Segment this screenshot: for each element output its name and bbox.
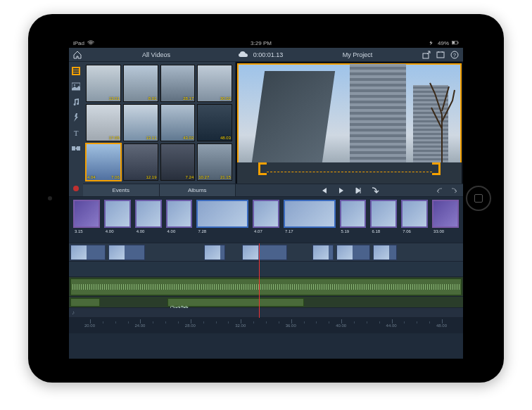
ruler-minor-tick [153,321,153,323]
ruler-label: 20.00 [84,323,95,328]
fx-bin-icon[interactable] [71,113,81,122]
storyboard-clip[interactable]: 7.28 [196,200,248,228]
storyboard-clip[interactable]: 7.06 [401,200,428,228]
bin-clip[interactable]: 28.17 [160,65,196,102]
music-track-icon: ♪ [72,309,79,316]
photo-bin-icon[interactable] [71,82,81,91]
ruler-minor-tick [178,321,179,323]
storyboard-clip-duration: 33.00 [433,229,444,233]
trim-handle-in[interactable] [258,162,267,175]
storyboard-clip[interactable]: 4.00 [104,200,131,228]
timeline-audio-clip[interactable] [70,298,100,307]
ruler-label: 32.00 [235,323,246,328]
tab-events[interactable]: Events [83,184,160,196]
bin-clip[interactable]: 43.02 [160,104,196,141]
video-track-1[interactable] [69,243,463,262]
trim-bar[interactable] [258,162,441,175]
timeline-video-clip[interactable] [242,245,287,260]
viewer-canvas[interactable] [237,63,462,184]
svg-rect-8 [73,68,79,70]
music-track[interactable]: ♪ [69,308,463,318]
bin-clip[interactable]: 12.19 [123,143,158,181]
storyboard-clip[interactable]: 5.19 [340,200,367,228]
bin-clip[interactable]: 7.064.04 [86,143,121,181]
svg-rect-2 [457,42,458,44]
time-ruler[interactable]: 20.0024.0028.0032.0036.0040.0044.0048.00 [69,318,463,333]
ruler-label: 48.00 [436,323,447,328]
music-bin-icon[interactable] [71,97,81,107]
timeline-video-clip[interactable] [373,245,397,260]
render-cloud-icon[interactable] [238,49,249,60]
step-back-icon[interactable] [319,186,329,196]
bin-clip[interactable]: 13.11 [123,104,158,141]
timeline-video-clip[interactable] [336,245,370,260]
viewer-content [252,71,335,162]
storyboard-clip-duration: 4.00 [137,229,145,233]
storyboard-clip[interactable]: 33.00 [432,200,459,228]
bin-clip[interactable]: 17.05 [86,104,121,141]
timeline-video-clip[interactable] [108,245,145,260]
undo-icon[interactable] [435,186,445,196]
tab-albums[interactable]: Albums [160,184,236,196]
step-forward-icon[interactable] [353,186,363,196]
ruler-minor-tick [128,321,129,323]
audio-track-1[interactable] [69,277,463,297]
bin-clip[interactable]: 7.24 [160,143,196,181]
clip-duration: 7.24 [186,175,194,179]
timeline-audio-clip[interactable] [70,278,462,295]
bin-clip[interactable]: 21.1510.27 [197,143,232,181]
timeline-video-clip[interactable] [204,245,225,260]
video-track-2[interactable] [69,262,463,277]
timeline[interactable]: ClockTalk ♪ 20.0024.0028.0032.0036.0040.… [69,243,463,333]
title-bin-icon[interactable]: T [71,128,81,138]
storyboard-clip[interactable]: 3.15 [73,200,100,228]
ruler-minor-tick [379,321,380,323]
storyboard[interactable]: 3.154.004.004.007.284.077.175.196.187.06… [69,197,463,243]
svg-rect-3 [423,53,429,58]
storyboard-clip[interactable]: 4.07 [253,200,279,228]
ruler-minor-tick [429,321,430,323]
bin-title: All Videos [142,51,170,58]
clip-in-point: 10.27 [198,175,209,179]
viewer-content [428,72,456,164]
video-bin-icon[interactable] [71,66,81,76]
ipad-camera [48,196,52,200]
bin-clip[interactable]: 13.01 [86,65,121,102]
timeline-video-clip[interactable] [70,245,106,260]
timeline-audio-clip[interactable]: ClockTalk [167,298,304,307]
playhead[interactable] [259,243,260,318]
audio-track-2[interactable]: ClockTalk [69,297,463,308]
help-icon[interactable]: ? [449,49,460,60]
transition-bin-icon[interactable] [71,143,81,153]
ruler-minor-tick [404,321,405,323]
ipad-home-button[interactable] [466,186,491,211]
bin-clip[interactable]: 30.02 [197,65,232,102]
clip-duration: 7.06 [111,175,120,179]
storyboard-clip[interactable]: 7.17 [284,200,336,228]
clip-duration: 30.02 [220,96,231,101]
storyboard-clip[interactable]: 4.00 [166,200,193,228]
svg-point-16 [73,186,79,191]
ruler-label: 40.00 [336,323,346,328]
storyboard-clip[interactable]: 6.18 [370,200,397,228]
ruler-minor-tick [316,321,317,323]
bin-clip[interactable]: 48.03 [197,104,232,141]
viewer [235,62,463,196]
home-icon[interactable] [72,49,83,60]
record-icon[interactable] [71,184,81,193]
svg-point-12 [74,84,75,86]
clip-bin: 13.018.0128.1730.0217.0513.1143.0248.037… [83,62,235,196]
settings-icon[interactable] [435,49,446,60]
ruler-minor-tick [253,321,254,323]
svg-rect-1 [452,41,455,44]
ruler-minor-tick [279,321,279,323]
timeline-video-clip[interactable] [312,245,334,260]
play-icon[interactable] [336,186,346,196]
insert-icon[interactable] [370,186,380,196]
storyboard-clip[interactable]: 4.00 [135,200,162,228]
redo-icon[interactable] [449,186,459,196]
export-icon[interactable] [421,49,432,60]
bin-clip[interactable]: 8.01 [123,65,158,102]
trim-handle-out[interactable] [432,162,441,175]
storyboard-clip-duration: 4.00 [106,229,114,233]
